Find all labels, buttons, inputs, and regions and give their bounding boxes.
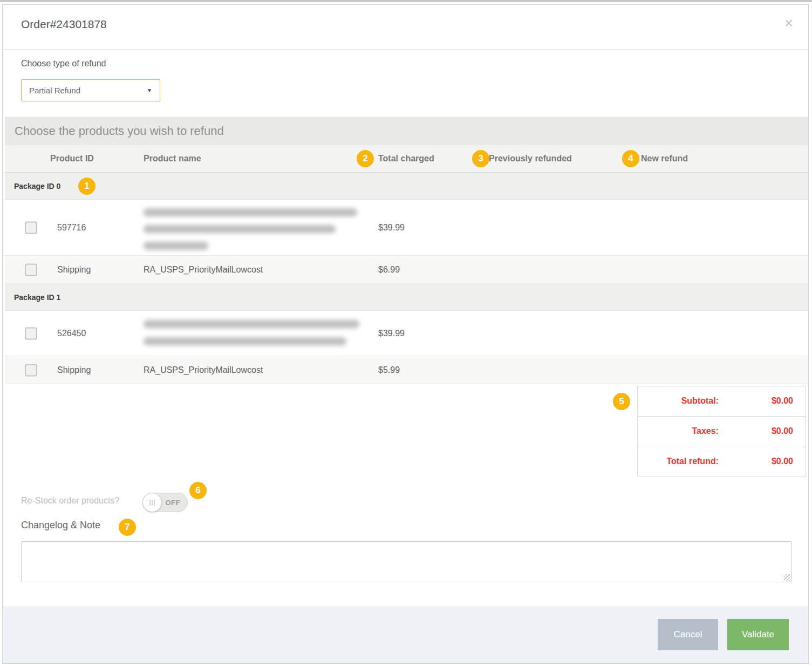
total-charged-cell: $6.99 (378, 256, 400, 283)
refund-type-label: Choose type of refund (21, 59, 106, 69)
refund-type-select[interactable]: Partial Refund ▼ (21, 79, 160, 101)
textarea-resize-handle[interactable] (784, 574, 790, 581)
product-name-redacted (144, 337, 346, 345)
changelog-textarea[interactable] (21, 541, 792, 582)
annotation-badge-1: 1 (78, 178, 95, 195)
taxes-label: Taxes: (638, 426, 719, 436)
table-row: Shipping RA_USPS_PriorityMailLowcost $6.… (5, 256, 808, 284)
modal-footer: Cancel Validate (3, 607, 808, 663)
product-checkbox[interactable] (25, 263, 37, 276)
table-row: 597716 $39.99 (5, 200, 808, 256)
validate-button[interactable]: Validate (727, 619, 789, 650)
annotation-badge-7: 7 (119, 519, 136, 536)
summary-row-total-refund: Total refund: $0.00 (638, 446, 805, 476)
product-checkbox[interactable] (25, 327, 37, 339)
products-section-title: Choose the products you wish to refund (5, 117, 808, 145)
product-id-cell: 526450 (57, 311, 86, 356)
product-name-cell: RA_USPS_PriorityMailLowcost (144, 356, 263, 384)
table-row: 526450 $39.99 (5, 311, 808, 356)
table-row: Shipping RA_USPS_PriorityMailLowcost $5.… (5, 356, 808, 384)
taxes-value: $0.00 (719, 426, 805, 436)
subtotal-label: Subtotal: (638, 396, 719, 406)
products-table: Choose the products you wish to refund P… (5, 117, 808, 384)
refund-type-selected-value: Partial Refund (29, 86, 80, 95)
annotation-badge-5: 5 (613, 393, 630, 410)
page-top-strip (0, 0, 812, 2)
product-checkbox[interactable] (25, 364, 37, 376)
toggle-state-label: OFF (166, 499, 181, 507)
subtotal-value: $0.00 (719, 396, 805, 406)
total-charged-cell: $5.99 (378, 356, 400, 384)
close-icon[interactable]: × (784, 16, 793, 31)
package-group-header: Package ID 0 (5, 173, 808, 200)
refund-dialog-screen: Order#24301878 × Choose type of refund P… (0, 0, 812, 667)
refund-summary-box: Subtotal: $0.00 Taxes: $0.00 Total refun… (637, 386, 806, 477)
product-name-cell: RA_USPS_PriorityMailLowcost (144, 256, 263, 283)
product-checkbox[interactable] (25, 221, 37, 234)
annotation-badge-2: 2 (357, 150, 374, 167)
annotation-badge-3: 3 (472, 150, 489, 167)
column-header-new-refund: New refund (641, 145, 688, 172)
annotation-badge-6: 6 (189, 482, 207, 499)
annotation-badge-4: 4 (622, 150, 639, 167)
column-header-product-name: Product name (144, 145, 201, 172)
total-charged-cell: $39.99 (378, 311, 405, 356)
product-id-cell: Shipping (57, 256, 91, 283)
restock-label: Re-Stock order products? (21, 496, 119, 506)
total-charged-cell: $39.99 (378, 200, 405, 255)
product-name-redacted (144, 225, 336, 233)
chevron-down-icon: ▼ (147, 87, 152, 93)
summary-row-taxes: Taxes: $0.00 (638, 416, 805, 446)
total-refund-label: Total refund: (638, 457, 719, 466)
order-refund-modal: Order#24301878 × Choose type of refund P… (2, 4, 809, 664)
restock-toggle[interactable]: OFF (142, 493, 188, 512)
column-header-previously-refunded: Previously refunded (489, 145, 572, 172)
total-refund-value: $0.00 (719, 457, 805, 466)
column-header-total-charged: Total charged (378, 145, 434, 172)
summary-row-subtotal: Subtotal: $0.00 (638, 386, 805, 416)
column-header-product-id: Product ID (50, 145, 94, 172)
products-table-header: Product ID Product name Total charged Pr… (5, 145, 808, 173)
modal-title: Order#24301878 (21, 18, 107, 31)
changelog-label: Changelog & Note (21, 520, 100, 531)
product-name-redacted (144, 208, 357, 216)
package-group-header: Package ID 1 (5, 284, 808, 311)
product-id-cell: Shipping (57, 356, 91, 384)
cancel-button[interactable]: Cancel (658, 619, 718, 650)
toggle-knob-icon (142, 493, 162, 512)
product-id-cell: 597716 (57, 200, 86, 255)
product-name-redacted (144, 242, 208, 250)
header-divider (3, 49, 808, 50)
product-name-redacted (144, 320, 359, 328)
